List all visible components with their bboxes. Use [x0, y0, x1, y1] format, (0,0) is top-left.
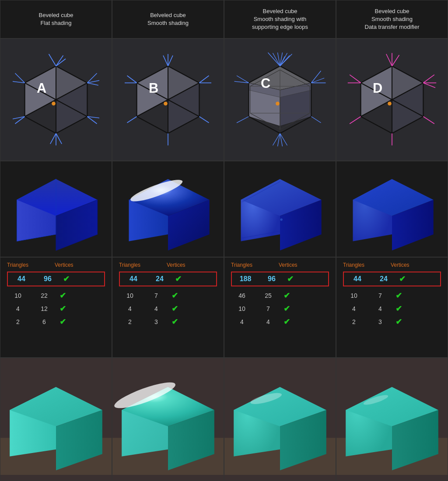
stats-row-c-3: 4 4 ✔: [231, 317, 329, 327]
header-cell-d: Beveled cubeSmooth shadingData transfer …: [336, 0, 448, 38]
stats-row-d-3: 2 3 ✔: [343, 317, 441, 327]
stat-vert-c-3: 4: [257, 318, 279, 325]
blue-cube-svg-b: [118, 165, 218, 253]
checkmark-d-1: ✔: [396, 291, 402, 300]
checkmark-a-1: ✔: [60, 291, 66, 300]
stat-tri-b-2: 4: [119, 305, 141, 312]
svg-point-31: [52, 101, 56, 105]
stat-vert-d-1: 7: [369, 292, 391, 299]
render-cell-a: [0, 161, 112, 257]
vertices-label-a: Vertices: [55, 262, 74, 268]
stat-vert-c-2: 7: [257, 305, 279, 312]
stat-tri-b-1: 10: [119, 292, 141, 299]
checkmark-d-3: ✔: [396, 317, 402, 327]
stat-tri-d-3: 2: [343, 318, 365, 325]
blue-cube-svg-a: [6, 165, 106, 253]
vertices-label-b: Vertices: [167, 262, 186, 268]
teal-cube-svg-b: [112, 360, 224, 478]
stats-cell-c: Triangles Vertices 188 96 ✔ 46 25 ✔ 10 7…: [224, 257, 336, 358]
stat-tri-c-2: 10: [231, 305, 253, 312]
header-text-d: Beveled cubeSmooth shadingData transfer …: [365, 7, 420, 31]
stat-tri-highlight-d: 44: [346, 275, 368, 283]
stat-vert-a-2: 12: [33, 305, 55, 312]
header-cell-a: Beveled cubeFlat shading: [0, 0, 112, 38]
stat-vert-a-3: 6: [33, 318, 55, 325]
checkmark-a-3: ✔: [60, 317, 66, 327]
checkmark-b-3: ✔: [172, 317, 178, 327]
stats-header-b: Triangles Vertices: [119, 262, 217, 268]
header-cell-b: Belveled cubeSmooth shading: [112, 0, 224, 38]
checkmark-d-2: ✔: [396, 304, 402, 314]
wireframe-cell-b: B: [112, 38, 224, 161]
stats-header-a: Triangles Vertices: [7, 262, 105, 268]
stats-highlight-c: 188 96 ✔: [231, 272, 329, 286]
header-text-b: Belveled cubeSmooth shading: [147, 11, 189, 27]
triangles-label-d: Triangles: [343, 262, 364, 268]
stat-vert-d-2: 4: [369, 305, 391, 312]
checkmark-b-0: ✔: [175, 274, 182, 284]
stat-vert-b-1: 7: [145, 292, 167, 299]
stat-tri-a-2: 4: [7, 305, 29, 312]
teal-cube-svg-c: [224, 360, 336, 478]
stat-vert-b-3: 3: [145, 318, 167, 325]
wireframe-svg-a: A: [8, 52, 104, 148]
checkmark-a-2: ✔: [60, 304, 66, 314]
stats-row-b-1: 10 7 ✔: [119, 291, 217, 300]
stat-tri-highlight-c: 188: [234, 275, 256, 283]
stat-tri-d-2: 4: [343, 305, 365, 312]
teal-cube-svg-d: [336, 360, 448, 478]
teal-cell-b: [112, 358, 224, 481]
checkmark-c-3: ✔: [284, 317, 290, 327]
checkmark-c-1: ✔: [284, 291, 290, 300]
header-text-a: Beveled cubeFlat shading: [39, 11, 74, 27]
stat-tri-a-3: 2: [7, 318, 29, 325]
wireframe-svg-c: C: [232, 52, 328, 148]
stat-vert-highlight-a: 96: [37, 275, 59, 283]
stat-tri-d-1: 10: [343, 292, 365, 299]
svg-point-102: [276, 101, 280, 105]
stat-tri-a-1: 10: [7, 292, 29, 299]
stats-row-a-2: 4 12 ✔: [7, 304, 105, 314]
checkmark-c-2: ✔: [284, 304, 290, 314]
checkmark-c-0: ✔: [287, 274, 294, 284]
stat-vert-d-3: 3: [369, 318, 391, 325]
svg-text:C: C: [261, 76, 270, 91]
teal-cell-d: [336, 358, 448, 481]
checkmark-d-0: ✔: [399, 274, 406, 284]
blue-cube-svg-c: [230, 165, 330, 253]
svg-text:B: B: [149, 80, 158, 96]
stats-row-b-3: 2 3 ✔: [119, 317, 217, 327]
stat-vert-highlight-b: 24: [149, 275, 171, 283]
svg-point-147: [280, 218, 283, 221]
stats-header-c: Triangles Vertices: [231, 262, 329, 268]
vertices-label-c: Vertices: [279, 262, 298, 268]
stats-row-b-2: 4 4 ✔: [119, 304, 217, 314]
checkmark-b-1: ✔: [172, 291, 178, 300]
stats-cell-b: Triangles Vertices 44 24 ✔ 10 7 ✔ 4 4 ✔ …: [112, 257, 224, 358]
svg-text:A: A: [37, 80, 46, 96]
stats-highlight-d: 44 24 ✔: [343, 272, 441, 286]
stats-highlight-a: 44 96 ✔: [7, 272, 105, 286]
checkmark-a-0: ✔: [63, 274, 70, 284]
vertices-label-d: Vertices: [391, 262, 410, 268]
stat-tri-highlight-b: 44: [122, 275, 144, 283]
stats-row-d-2: 4 4 ✔: [343, 304, 441, 314]
stats-row-c-1: 46 25 ✔: [231, 291, 329, 300]
stats-header-d: Triangles Vertices: [343, 262, 441, 268]
triangles-label-a: Triangles: [7, 262, 28, 268]
svg-point-59: [164, 101, 168, 105]
stat-vert-c-1: 25: [257, 292, 279, 299]
stat-tri-b-3: 2: [119, 318, 141, 325]
triangles-label-c: Triangles: [231, 262, 252, 268]
stats-row-c-2: 10 7 ✔: [231, 304, 329, 314]
checkmark-b-2: ✔: [172, 304, 178, 314]
stats-row-a-3: 2 6 ✔: [7, 317, 105, 327]
stat-vert-a-1: 22: [33, 292, 55, 299]
wireframe-cell-a: A: [0, 38, 112, 161]
wireframe-svg-d: D: [344, 52, 440, 148]
stat-tri-highlight-a: 44: [10, 275, 32, 283]
wireframe-svg-b: B: [120, 52, 216, 148]
header-cell-c: Beveled cubeSmooth shading withsupportin…: [224, 0, 336, 38]
stat-tri-c-1: 46: [231, 292, 253, 299]
teal-cell-a: [0, 358, 112, 481]
